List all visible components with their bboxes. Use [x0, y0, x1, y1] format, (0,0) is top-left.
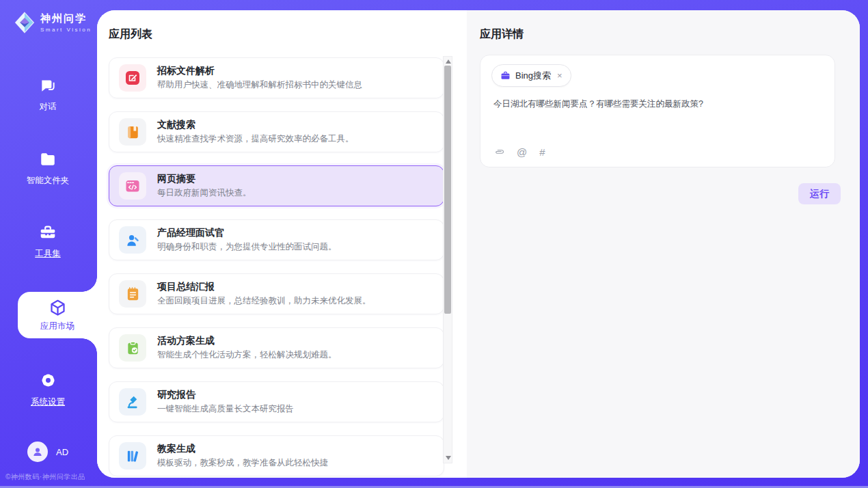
scroll-up-arrow[interactable]	[446, 59, 451, 64]
user-account[interactable]: AD	[0, 442, 96, 462]
browser-code-icon	[119, 172, 146, 200]
brand-name: 神州问学	[40, 12, 92, 25]
app-card-lesson-plan[interactable]: 教案生成 模板驱动，教案秒成，教学准备从此轻松快捷	[109, 435, 444, 476]
app-desc: 一键智能生成高质量长文本研究报告	[157, 403, 294, 415]
brand-logo: 神州问学 Smart Vision	[14, 12, 92, 33]
research-icon	[119, 388, 146, 416]
interviewer-icon	[119, 226, 146, 254]
app-title: 文献搜索	[157, 119, 354, 131]
input-toolbar: @ #	[493, 146, 545, 158]
sidebar-item-label: 工具集	[0, 248, 96, 260]
toolbox-icon	[39, 223, 57, 241]
scroll-down-arrow[interactable]	[446, 456, 451, 460]
app-desc: 帮助用户快速、准确地理解和解析招标书中的关键信息	[157, 79, 362, 91]
app-list-scrollbar[interactable]	[443, 56, 452, 463]
app-window: 神州问学 Smart Vision 对话 智能文件夹 工具集 应用市场	[0, 0, 868, 488]
app-desc: 明确身份和职责，为您提供专业性的面试问题。	[157, 241, 337, 253]
app-title: 项目总结汇报	[157, 281, 371, 293]
sidebar-item-app-market[interactable]: 应用市场	[18, 292, 97, 338]
app-card-literature-search[interactable]: 文献搜索 快速精准查找学术资源，提高研究效率的必备工具。	[109, 111, 444, 152]
app-title: 网页摘要	[157, 173, 252, 185]
attachment-icon[interactable]	[493, 146, 504, 158]
sidebar-item-label: 对话	[0, 101, 96, 113]
app-list: 招标文件解析 帮助用户快速、准确地理解和解析招标书中的关键信息 文献搜索	[109, 57, 444, 478]
query-text[interactable]: 今日湖北有哪些新闻要点？有哪些需要关注的最新政策?	[493, 98, 821, 111]
person-icon	[31, 446, 44, 458]
cube-icon	[49, 299, 67, 317]
app-desc: 模板驱动，教案秒成，教学准备从此轻松快捷	[157, 457, 328, 469]
sidebar-item-label: 系统设置	[0, 396, 96, 408]
app-card-pm-interviewer[interactable]: 产品经理面试官 明确身份和职责，为您提供专业性的面试问题。	[109, 219, 444, 260]
query-input-card[interactable]: Bing搜索 × 今日湖北有哪些新闻要点？有哪些需要关注的最新政策? @ #	[480, 55, 835, 167]
app-card-event-plan[interactable]: 活动方案生成 智能生成个性化活动方案，轻松解决规划难题。	[109, 327, 444, 368]
edit-document-icon	[119, 64, 146, 92]
mention-icon[interactable]: @	[517, 147, 527, 157]
app-desc: 智能生成个性化活动方案，轻松解决规划难题。	[157, 349, 337, 361]
hash-icon[interactable]: #	[539, 147, 545, 157]
app-title: 产品经理面试官	[157, 227, 337, 239]
briefcase-icon	[500, 70, 511, 81]
avatar	[27, 442, 48, 462]
app-detail-title: 应用详情	[480, 27, 524, 42]
app-title: 研究报告	[157, 389, 294, 401]
books-icon	[119, 442, 146, 470]
run-button[interactable]: 运行	[798, 183, 841, 204]
app-detail-panel: 应用详情 Bing搜索 × 今日湖北有哪些新闻要点？有哪些需要关注的最新政策?	[467, 10, 860, 478]
app-title: 教案生成	[157, 443, 328, 455]
sidebar-item-label: 智能文件夹	[0, 175, 96, 187]
gear-icon	[39, 371, 57, 390]
content-area: 应用列表 招标文件解析 帮助用户快速、准确地理解和解析招标书中的关键信息	[97, 10, 860, 478]
sidebar-item-toolset[interactable]: 工具集	[0, 223, 96, 260]
app-card-bid-analysis[interactable]: 招标文件解析 帮助用户快速、准确地理解和解析招标书中的关键信息	[109, 57, 444, 98]
sidebar-item-label: 应用市场	[40, 321, 74, 332]
chat-icon	[39, 77, 57, 94]
sidebar-item-chat[interactable]: 对话	[0, 77, 96, 113]
memo-icon	[119, 280, 146, 308]
app-desc: 每日政府新闻资讯快查。	[157, 187, 252, 199]
app-list-panel: 应用列表 招标文件解析 帮助用户快速、准确地理解和解析招标书中的关键信息	[97, 10, 467, 478]
tool-tag-bing-search[interactable]: Bing搜索 ×	[491, 64, 571, 87]
app-card-research-report[interactable]: 研究报告 一键智能生成高质量长文本研究报告	[109, 381, 444, 422]
clipboard-check-icon	[119, 334, 146, 362]
app-desc: 全面回顾项目进展，总结经验教训，助力未来优化发展。	[157, 295, 371, 307]
scrollbar-thumb[interactable]	[444, 66, 451, 314]
sidebar-item-smart-folder[interactable]: 智能文件夹	[0, 150, 96, 187]
app-title: 活动方案生成	[157, 335, 337, 347]
user-initials: AD	[56, 447, 68, 457]
app-title: 招标文件解析	[157, 65, 362, 77]
diamond-logo-icon	[14, 12, 36, 33]
close-icon[interactable]: ×	[557, 70, 562, 81]
app-desc: 快速精准查找学术资源，提高研究效率的必备工具。	[157, 133, 354, 145]
folder-icon	[39, 150, 57, 168]
app-card-project-summary[interactable]: 项目总结汇报 全面回顾项目进展，总结经验教训，助力未来优化发展。	[109, 273, 444, 314]
book-icon	[119, 118, 146, 146]
brand-subtitle: Smart Vision	[40, 27, 92, 33]
tool-tag-label: Bing搜索	[515, 70, 551, 82]
copyright-footer: ©神州数码·神州问学出品	[5, 472, 85, 482]
sidebar-item-settings[interactable]: 系统设置	[0, 371, 96, 408]
app-list-title: 应用列表	[109, 27, 152, 42]
app-card-web-summary[interactable]: 网页摘要 每日政府新闻资讯快查。	[109, 165, 444, 206]
